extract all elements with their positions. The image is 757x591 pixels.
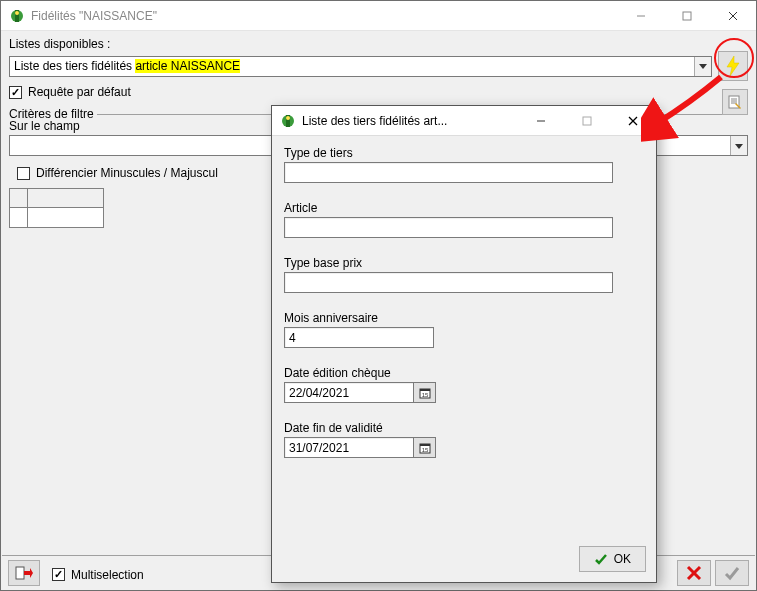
calendar-icon: 15 <box>419 387 431 399</box>
svg-rect-26 <box>420 389 430 391</box>
champ-combo-button[interactable] <box>730 136 747 155</box>
params-dialog: Liste des tiers fidélités art... Type de… <box>271 105 657 583</box>
date-fin-input[interactable] <box>284 437 414 458</box>
svg-point-2 <box>15 11 19 15</box>
combo-dropdown-button[interactable] <box>694 57 711 76</box>
maximize-button[interactable] <box>664 1 710 31</box>
combo-highlight: article NAISSANCE <box>135 59 240 73</box>
svg-marker-9 <box>735 144 743 149</box>
calendar-icon: 15 <box>419 442 431 454</box>
dialog-close-button[interactable] <box>610 106 656 136</box>
article-label: Article <box>284 201 644 215</box>
svg-text:15: 15 <box>421 447 428 453</box>
svg-rect-22 <box>583 117 591 125</box>
mois-anniv-label: Mois anniversaire <box>284 311 644 325</box>
date-fin-calendar-button[interactable]: 15 <box>414 437 436 458</box>
ok-label: OK <box>614 552 631 566</box>
dialog-titlebar: Liste des tiers fidélités art... <box>272 106 656 136</box>
svg-rect-14 <box>16 567 24 579</box>
main-titlebar: Fidélités "NAISSANCE" <box>1 1 756 31</box>
requete-defaut-label: Requête par défaut <box>28 85 131 99</box>
svg-marker-7 <box>699 64 707 69</box>
svg-point-20 <box>286 116 290 120</box>
date-fin-label: Date fin de validité <box>284 421 644 435</box>
close-button[interactable] <box>710 1 756 31</box>
date-edition-label: Date édition chèque <box>284 366 644 380</box>
svg-text:15: 15 <box>421 392 428 398</box>
listes-combo-text: Liste des tiers fidélités article NAISSA… <box>10 59 694 73</box>
type-base-prix-input[interactable] <box>284 272 613 293</box>
confirm-button[interactable] <box>715 560 749 586</box>
requete-defaut-checkbox[interactable] <box>9 86 22 99</box>
date-edition-input[interactable] <box>284 382 414 403</box>
type-tiers-input[interactable] <box>284 162 613 183</box>
check-icon <box>594 552 608 566</box>
dialog-title: Liste des tiers fidélités art... <box>302 114 518 128</box>
dialog-maximize-button[interactable] <box>564 106 610 136</box>
date-edition-calendar-button[interactable]: 15 <box>414 382 436 403</box>
svg-rect-4 <box>683 12 691 20</box>
multiselection-label: Multiselection <box>71 568 144 582</box>
main-title: Fidélités "NAISSANCE" <box>31 9 618 23</box>
dialog-minimize-button[interactable] <box>518 106 564 136</box>
export-button[interactable] <box>8 560 40 586</box>
ok-button[interactable]: OK <box>579 546 646 572</box>
edit-list-button[interactable] <box>722 89 748 115</box>
multiselection-checkbox[interactable] <box>52 568 65 581</box>
dialog-app-icon <box>280 113 296 129</box>
cancel-button[interactable] <box>677 560 711 586</box>
type-base-prix-label: Type base prix <box>284 256 644 270</box>
minimize-button[interactable] <box>618 1 664 31</box>
listes-label: Listes disponibles : <box>9 37 748 51</box>
listes-combo[interactable]: Liste des tiers fidélités article NAISSA… <box>9 56 712 77</box>
app-icon <box>9 8 25 24</box>
svg-rect-29 <box>420 444 430 446</box>
type-tiers-label: Type de tiers <box>284 146 644 160</box>
svg-marker-8 <box>727 56 739 76</box>
diff-case-label: Différencier Minuscules / Majuscul <box>36 166 218 180</box>
execute-button[interactable] <box>718 51 748 81</box>
results-grid[interactable] <box>9 188 104 228</box>
svg-marker-15 <box>24 568 33 578</box>
mois-anniv-input[interactable] <box>284 327 434 348</box>
combo-prefix: Liste des tiers fidélités <box>14 59 135 73</box>
diff-case-checkbox[interactable] <box>17 167 30 180</box>
article-input[interactable] <box>284 217 613 238</box>
